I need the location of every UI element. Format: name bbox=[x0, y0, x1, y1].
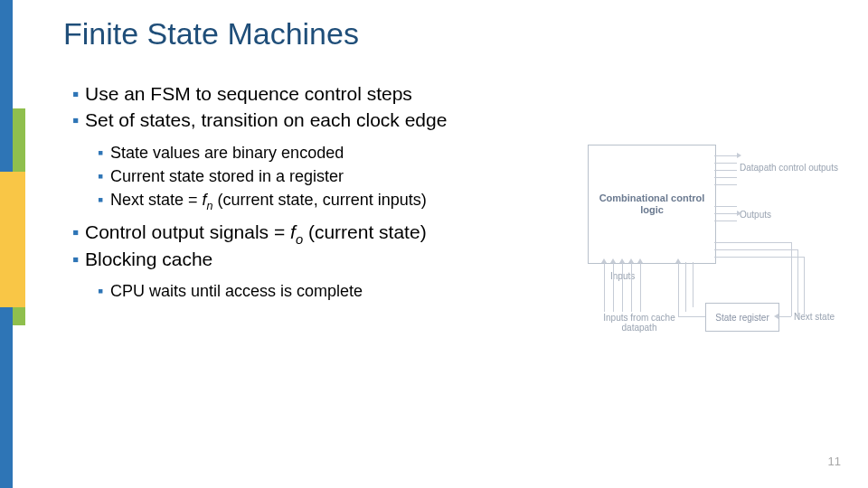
arrow-line bbox=[778, 316, 791, 317]
bullet-lvl2: ▪State values are binary encoded bbox=[98, 142, 542, 164]
arrow-line bbox=[714, 184, 737, 185]
arrow-line bbox=[714, 242, 791, 243]
bullet-text: Current state stored in a register bbox=[110, 167, 344, 185]
arrow-head-icon bbox=[774, 314, 778, 319]
arrow-line bbox=[613, 262, 614, 312]
box-combinational-logic: Combinational control logic bbox=[588, 145, 716, 264]
arrow-head-icon bbox=[619, 258, 625, 263]
arrow-line bbox=[685, 262, 686, 312]
arrow-head-icon bbox=[610, 258, 616, 263]
arrow-line bbox=[791, 242, 792, 316]
arrow-head-icon bbox=[628, 258, 634, 263]
arrow-line bbox=[631, 262, 632, 312]
label-outputs: Outputs bbox=[740, 210, 771, 220]
math-sub: o bbox=[296, 232, 303, 247]
arrow-line bbox=[622, 262, 623, 312]
label-inputs-datapath: Inputs from cache datapath bbox=[590, 313, 689, 333]
bullet-lvl1: ▪Control output signals = fo (current st… bbox=[72, 220, 542, 244]
arrow-line bbox=[804, 257, 805, 316]
arrow-line bbox=[714, 213, 737, 214]
math-sub: n bbox=[207, 200, 213, 212]
arrow-line bbox=[714, 221, 737, 221]
arrow-line bbox=[604, 262, 605, 312]
arrow-head-icon bbox=[601, 258, 607, 263]
bullet-icon: ▪ bbox=[98, 280, 110, 302]
page-number: 11 bbox=[828, 455, 841, 468]
bullet-icon: ▪ bbox=[72, 220, 85, 244]
bullet-lvl2: ▪CPU waits until access is complete bbox=[98, 280, 542, 302]
arrow-line bbox=[714, 177, 737, 178]
bullet-lvl1: ▪Use an FSM to sequence control steps bbox=[72, 81, 542, 106]
arrow-line bbox=[714, 163, 737, 164]
bullet-icon: ▪ bbox=[72, 81, 85, 106]
bullet-text: Set of states, transition on each clock … bbox=[85, 109, 447, 130]
accent-stripe-yellow bbox=[0, 172, 25, 307]
bullet-lvl2: ▪Next state = fn (current state, current… bbox=[98, 189, 542, 211]
arrow-line bbox=[678, 316, 705, 317]
bullet-icon: ▪ bbox=[98, 165, 110, 187]
bullet-icon: ▪ bbox=[98, 189, 110, 211]
bullet-icon: ▪ bbox=[72, 247, 85, 271]
arrow-line bbox=[797, 249, 798, 316]
bullet-lvl1: ▪Blocking cache bbox=[72, 247, 542, 271]
arrow-line bbox=[714, 170, 737, 171]
box-label: State register bbox=[715, 313, 769, 323]
bullet-text: State values are binary encoded bbox=[110, 144, 344, 162]
bullet-text: Use an FSM to sequence control steps bbox=[85, 83, 412, 104]
arrow-line bbox=[693, 262, 693, 307]
box-state-register: State register bbox=[705, 303, 779, 332]
arrow-line bbox=[714, 155, 737, 156]
arrow-line bbox=[714, 249, 797, 250]
label-datapath-outputs: Datapath control outputs bbox=[740, 163, 838, 173]
bullet-text: (current state) bbox=[303, 221, 427, 242]
arrow-line bbox=[678, 262, 679, 316]
slide-title: Finite State Machines bbox=[63, 16, 359, 52]
bullet-text: CPU waits until access is complete bbox=[110, 282, 363, 300]
label-next-state: Next state bbox=[794, 312, 835, 322]
arrow-head-icon bbox=[675, 258, 681, 263]
arrow-head-icon bbox=[637, 258, 643, 263]
box-label: Combinational control logic bbox=[589, 192, 715, 216]
arrow-head-icon bbox=[737, 211, 741, 216]
bullet-text: Blocking cache bbox=[85, 249, 212, 269]
bullet-icon: ▪ bbox=[98, 142, 110, 164]
math-f: f bbox=[203, 191, 207, 209]
arrow-line bbox=[640, 262, 641, 312]
bullet-lvl1: ▪Set of states, transition on each clock… bbox=[72, 108, 542, 132]
bullet-text: (current state, current inputs) bbox=[213, 191, 427, 209]
fsm-diagram: Combinational control logic State regist… bbox=[561, 136, 841, 361]
slide-body: ▪Use an FSM to sequence control steps ▪S… bbox=[72, 80, 542, 304]
bullet-lvl2: ▪Current state stored in a register bbox=[98, 165, 542, 187]
bullet-text: Next state = bbox=[110, 191, 203, 209]
bullet-text: Control output signals = bbox=[85, 221, 290, 242]
arrow-line bbox=[714, 206, 737, 207]
arrow-head-icon bbox=[737, 153, 741, 158]
bullet-icon: ▪ bbox=[72, 108, 85, 132]
